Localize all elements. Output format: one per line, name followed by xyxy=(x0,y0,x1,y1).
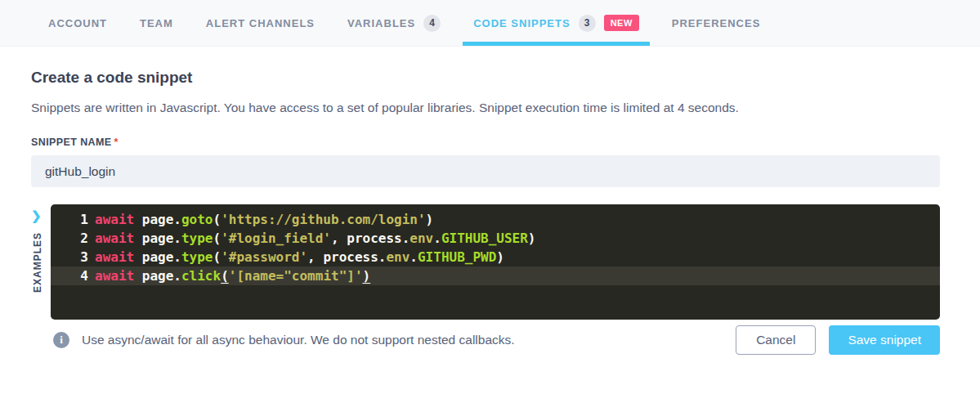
snippet-name-label-text: SNIPPET NAME xyxy=(31,137,112,148)
tab-preferences[interactable]: PREFERENCES xyxy=(661,0,772,46)
code-line-2[interactable]: 2await page.type('#login_field', process… xyxy=(51,229,940,248)
line-number: 3 xyxy=(51,248,88,266)
snippet-name-label: SNIPPET NAME* xyxy=(31,137,940,148)
code-editor[interactable]: 1await page.goto('https://github.com/log… xyxy=(51,204,940,320)
button-group: Cancel Save snippet xyxy=(736,325,940,355)
code-line-3[interactable]: 3await page.type('#password', process.en… xyxy=(51,248,940,266)
examples-rail: ❯ EXAMPLES xyxy=(31,204,51,320)
tab-account[interactable]: ACCOUNT xyxy=(38,0,118,46)
code-text: await page.type('#password', process.env… xyxy=(95,248,504,266)
save-snippet-button[interactable]: Save snippet xyxy=(829,325,940,355)
line-number: 4 xyxy=(51,266,88,285)
tab-variables[interactable]: VARIABLES4 xyxy=(337,0,451,46)
tab-label: ACCOUNT xyxy=(48,17,107,29)
code-text: await page.click('[name="commit"]') xyxy=(95,266,370,285)
line-number: 2 xyxy=(51,229,88,248)
main-content: Create a code snippet Snippets are writt… xyxy=(0,69,980,355)
code-line-4[interactable]: 4await page.click('[name="commit"]') xyxy=(51,266,940,285)
tab-bar: ACCOUNTTEAMALERT CHANNELSVARIABLES4CODE … xyxy=(0,0,980,47)
footer-bar: i Use async/await for all async behaviou… xyxy=(31,325,940,355)
examples-label: EXAMPLES xyxy=(32,232,43,293)
tab-label: VARIABLES xyxy=(347,17,415,29)
tab-alert-channels[interactable]: ALERT CHANNELS xyxy=(195,0,325,46)
page-description: Snippets are written in Javascript. You … xyxy=(31,101,940,115)
info-text: Use async/await for all async behaviour.… xyxy=(82,333,515,347)
tab-code-snippets[interactable]: CODE SNIPPETS3NEW xyxy=(463,0,650,46)
tab-team[interactable]: TEAM xyxy=(129,0,184,46)
cancel-button[interactable]: Cancel xyxy=(736,325,816,355)
code-editor-section: ❯ EXAMPLES 1await page.goto('https://git… xyxy=(31,204,940,320)
required-asterisk: * xyxy=(114,137,119,148)
page-title: Create a code snippet xyxy=(31,69,940,87)
tab-count-badge: 4 xyxy=(423,15,441,32)
info-icon: i xyxy=(53,332,69,348)
code-text: await page.type('#login_field', process.… xyxy=(95,229,535,248)
snippet-name-input[interactable] xyxy=(31,155,940,187)
code-text: await page.goto('https://github.com/logi… xyxy=(95,210,433,229)
tab-label: PREFERENCES xyxy=(672,17,761,29)
tab-label: TEAM xyxy=(140,17,173,29)
code-line-1[interactable]: 1await page.goto('https://github.com/log… xyxy=(51,210,940,229)
line-number: 1 xyxy=(51,210,88,229)
tab-label: CODE SNIPPETS xyxy=(473,17,570,29)
chevron-right-icon[interactable]: ❯ xyxy=(31,209,42,222)
tab-count-badge: 3 xyxy=(579,15,596,32)
tab-label: ALERT CHANNELS xyxy=(206,17,315,29)
new-badge: NEW xyxy=(604,15,639,31)
